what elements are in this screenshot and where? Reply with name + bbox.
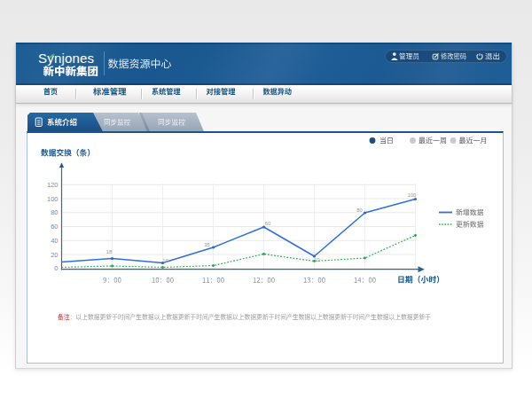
svg-text:40: 40 [51, 237, 58, 245]
svg-text:0: 0 [54, 264, 58, 272]
svg-text:100: 100 [47, 195, 59, 203]
svg-text:20: 20 [51, 251, 58, 259]
svg-text:10: 10 [162, 258, 168, 263]
svg-text:60: 60 [265, 221, 270, 226]
svg-text:35: 35 [204, 242, 209, 247]
svg-text:60: 60 [51, 223, 58, 231]
svg-text:80: 80 [51, 208, 58, 216]
svg-text:120: 120 [47, 181, 59, 189]
svg-text:10: 10 [314, 257, 319, 262]
svg-text:80: 80 [356, 207, 362, 213]
svg-text:100: 100 [408, 192, 417, 198]
svg-text:18: 18 [106, 249, 112, 254]
